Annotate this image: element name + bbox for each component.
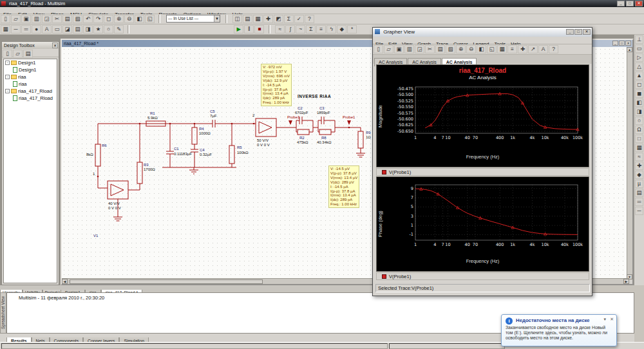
- source-icon[interactable]: ⊥: [635, 35, 643, 44]
- mixed-icon[interactable]: ◨: [635, 108, 643, 116]
- graph-icon[interactable]: ◪: [62, 25, 72, 33]
- grid-icon[interactable]: ▦: [497, 45, 507, 53]
- maximize-button[interactable]: □: [626, 1, 634, 6]
- properties-icon[interactable]: ✚: [518, 45, 527, 53]
- run-simulation-button[interactable]: ▶: [234, 25, 243, 33]
- grid-icon[interactable]: ▦: [1, 25, 10, 33]
- paste-icon[interactable]: ▧: [446, 45, 455, 53]
- redo-icon[interactable]: ↷: [93, 15, 103, 23]
- off-page-icon[interactable]: ◨: [83, 25, 93, 33]
- ac-analysis-icon[interactable]: ∫: [285, 25, 295, 33]
- tree-item-riaa417-sheet[interactable]: riaa_417_Rload: [4, 95, 57, 102]
- chevron-down-icon[interactable]: ▼: [214, 15, 220, 22]
- layers-icon[interactable]: ▤: [23, 50, 33, 58]
- probe-readout-2[interactable]: V: -14.5 µVV(p-p): 37.8 µVV(rms): 13.4 µ…: [328, 165, 359, 208]
- help-icon[interactable]: ?: [549, 45, 558, 53]
- tree-item-riaa-root[interactable]: -riaa: [4, 73, 57, 80]
- magnitude-chart-svg[interactable]: -50.475-50.500-50.525-50.550-50.575-50.6…: [377, 83, 590, 151]
- print-icon[interactable]: ▥: [404, 45, 414, 53]
- new-doc-icon[interactable]: ▯: [3, 50, 12, 58]
- export-icon[interactable]: ↗: [528, 45, 538, 53]
- bus-icon[interactable]: ═: [21, 25, 31, 33]
- collapse-icon[interactable]: -: [5, 89, 10, 93]
- close-icon[interactable]: ✕: [52, 42, 58, 48]
- options-icon[interactable]: *: [347, 25, 357, 33]
- close-button[interactable]: ✕: [583, 29, 591, 35]
- phase-legend[interactable]: V(Probe1): [376, 272, 589, 280]
- analysis-icon[interactable]: ≈: [275, 25, 285, 33]
- zoom-in-icon[interactable]: ⊕: [456, 45, 466, 53]
- maximize-button[interactable]: □: [574, 29, 582, 35]
- junction-icon[interactable]: ●: [32, 25, 41, 33]
- bookmark-icon[interactable]: ★: [93, 25, 103, 33]
- probe-readout-1[interactable]: V: -972 mVV(p-p): 1.97 VV(rms): 696 mVV(…: [261, 64, 292, 106]
- zoom-area-icon[interactable]: ◧: [477, 45, 486, 53]
- preview-icon[interactable]: ◲: [415, 45, 424, 53]
- spreadsheet-vertical-tab[interactable]: Spreadsheet View: [0, 292, 6, 334]
- tree-item-riaa-sheet[interactable]: riaa: [4, 80, 57, 88]
- help-icon[interactable]: ?: [305, 15, 314, 23]
- save-icon[interactable]: ▣: [21, 15, 31, 23]
- edit-icon[interactable]: ✎: [114, 25, 124, 33]
- legend-checkbox-icon[interactable]: [382, 274, 386, 279]
- zoom-in-icon[interactable]: ⊕: [114, 15, 124, 23]
- copy-icon[interactable]: ▤: [435, 45, 445, 53]
- log-icon[interactable]: ≡: [316, 25, 326, 33]
- minimize-button[interactable]: _: [617, 1, 625, 6]
- cut-icon[interactable]: ✂: [52, 15, 62, 23]
- zoom-area-icon[interactable]: ◧: [135, 15, 144, 23]
- misc-digital-icon[interactable]: ◧: [635, 99, 643, 107]
- transistor-icon[interactable]: △: [635, 62, 643, 71]
- probe-icon[interactable]: ϟ: [327, 25, 336, 33]
- misc-icon[interactable]: □: [635, 135, 643, 143]
- rf-icon[interactable]: ≈: [635, 153, 643, 161]
- scroll-left-icon[interactable]: ◀: [62, 279, 68, 284]
- zoom-fit-icon[interactable]: ◱: [145, 15, 155, 23]
- scroll-right-icon[interactable]: ▶: [623, 279, 629, 284]
- zoom-out-icon[interactable]: ⊖: [466, 45, 476, 53]
- indicator-icon[interactable]: ○: [635, 117, 643, 125]
- scroll-up-icon[interactable]: ▲: [627, 47, 632, 52]
- erc-icon[interactable]: ✓: [294, 15, 304, 23]
- close-icon[interactable]: ✕: [625, 41, 631, 46]
- cut-icon[interactable]: ✂: [425, 45, 435, 53]
- tree-item-design1-root[interactable]: -Design1: [4, 59, 57, 66]
- postprocessor-icon[interactable]: Σ: [306, 25, 316, 33]
- save-icon[interactable]: ▣: [394, 45, 404, 53]
- fullscreen-icon[interactable]: ◻: [104, 15, 113, 23]
- tree-item-riaa417-root[interactable]: -riaa_417_Rload: [4, 88, 57, 95]
- collapse-icon[interactable]: -: [5, 61, 10, 65]
- peripherals-icon[interactable]: ▦: [635, 144, 643, 152]
- spreadsheet-view-icon[interactable]: ▤: [243, 15, 252, 23]
- chevron-down-icon[interactable]: ▾: [603, 317, 606, 322]
- analog-icon[interactable]: ▲: [635, 71, 643, 80]
- print-icon[interactable]: ▥: [32, 15, 41, 23]
- restore-icon[interactable]: □: [619, 41, 625, 46]
- open-icon[interactable]: ▱: [384, 45, 393, 53]
- hier-block-icon[interactable]: ▤: [635, 189, 643, 197]
- design-toolbox-icon[interactable]: ◫: [232, 15, 242, 23]
- magnitude-legend[interactable]: V(Probe1): [376, 168, 589, 176]
- new-icon[interactable]: ▯: [1, 15, 10, 23]
- open-icon[interactable]: ▱: [11, 15, 21, 23]
- copy-icon[interactable]: ▤: [62, 15, 72, 23]
- undo-icon[interactable]: ↶: [83, 15, 93, 23]
- place-wire-icon[interactable]: ─: [635, 207, 643, 215]
- diode-icon[interactable]: ▷: [635, 53, 643, 62]
- ttl-icon[interactable]: ◻: [635, 80, 643, 89]
- legend-checkbox-icon[interactable]: [382, 170, 386, 174]
- print-preview-icon[interactable]: ◲: [42, 15, 52, 23]
- scrollbar-thumb[interactable]: [70, 279, 263, 284]
- grapher-icon[interactable]: ◩: [274, 15, 283, 23]
- tree-item-design1-sheet[interactable]: Design1: [4, 66, 57, 73]
- notification-body[interactable]: Заканчивается свободное место на диске Н…: [506, 325, 609, 341]
- basic-icon[interactable]: ▭: [635, 44, 643, 53]
- create-component-icon[interactable]: ✚: [263, 15, 273, 23]
- close-icon[interactable]: ✕: [610, 317, 614, 322]
- disk-space-notification[interactable]: i Недостаточно места на диске ▾ ✕ Заканч…: [501, 314, 617, 346]
- wire-icon[interactable]: ─: [11, 25, 21, 33]
- stop-simulation-button[interactable]: ■: [254, 25, 264, 33]
- phase-chart-svg[interactable]: 97531-11471040704001k4k10k40k100k: [377, 181, 590, 254]
- text-icon[interactable]: A: [42, 25, 52, 33]
- in-use-list-combo[interactable]: --- In Use List --- ▼: [166, 15, 220, 23]
